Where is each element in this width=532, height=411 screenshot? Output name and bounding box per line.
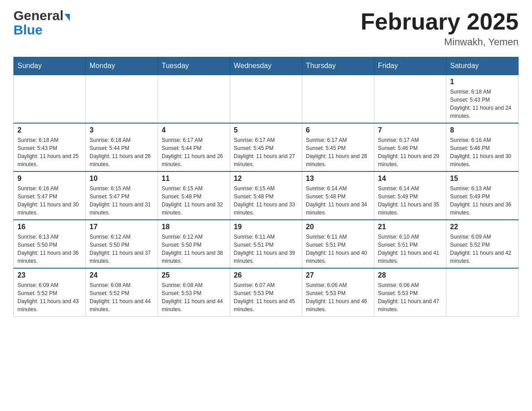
day-info: Sunrise: 6:15 AMSunset: 5:48 PMDaylight:…	[162, 184, 226, 217]
day-number: 19	[234, 223, 298, 231]
day-number: 10	[90, 175, 154, 183]
day-of-week-monday: Monday	[86, 57, 158, 75]
day-of-week-thursday: Thursday	[302, 57, 374, 75]
logo-triangle-icon	[64, 14, 70, 21]
day-info: Sunrise: 6:14 AMSunset: 5:48 PMDaylight:…	[306, 184, 370, 217]
calendar-cell: 1Sunrise: 6:18 AMSunset: 5:43 PMDaylight…	[446, 75, 519, 123]
day-info: Sunrise: 6:10 AMSunset: 5:51 PMDaylight:…	[378, 233, 442, 265]
day-info: Sunrise: 6:18 AMSunset: 5:43 PMDaylight:…	[17, 136, 82, 168]
day-info: Sunrise: 6:14 AMSunset: 5:49 PMDaylight:…	[378, 184, 442, 217]
calendar-cell: 19Sunrise: 6:11 AMSunset: 5:51 PMDayligh…	[230, 220, 302, 268]
day-info: Sunrise: 6:15 AMSunset: 5:47 PMDaylight:…	[90, 184, 154, 217]
day-info: Sunrise: 6:16 AMSunset: 5:47 PMDaylight:…	[17, 184, 82, 217]
week-row-2: 2Sunrise: 6:18 AMSunset: 5:43 PMDaylight…	[14, 123, 519, 171]
day-number: 24	[90, 271, 154, 279]
day-number: 25	[162, 271, 226, 279]
day-info: Sunrise: 6:17 AMSunset: 5:46 PMDaylight:…	[378, 136, 442, 168]
day-number: 11	[162, 175, 226, 183]
day-number: 7	[378, 126, 442, 134]
month-title: February 2025	[360, 9, 519, 34]
day-number: 14	[378, 175, 442, 183]
logo: General Blue	[13, 9, 70, 37]
day-number: 13	[306, 175, 370, 183]
calendar-cell: 23Sunrise: 6:09 AMSunset: 5:52 PMDayligh…	[14, 268, 86, 317]
day-number: 3	[90, 126, 154, 134]
calendar-cell: 22Sunrise: 6:09 AMSunset: 5:52 PMDayligh…	[446, 220, 519, 268]
week-row-4: 16Sunrise: 6:13 AMSunset: 5:50 PMDayligh…	[14, 220, 519, 268]
calendar-cell: 21Sunrise: 6:10 AMSunset: 5:51 PMDayligh…	[374, 220, 446, 268]
day-number: 16	[17, 223, 82, 231]
day-number: 4	[162, 126, 226, 134]
day-of-week-saturday: Saturday	[446, 57, 519, 75]
day-number: 8	[450, 126, 515, 134]
calendar-cell: 14Sunrise: 6:14 AMSunset: 5:49 PMDayligh…	[374, 171, 446, 220]
calendar-cell: 3Sunrise: 6:18 AMSunset: 5:44 PMDaylight…	[86, 123, 158, 171]
location: Minwakh, Yemen	[360, 36, 519, 48]
calendar-cell: 16Sunrise: 6:13 AMSunset: 5:50 PMDayligh…	[14, 220, 86, 268]
calendar-cell: 25Sunrise: 6:08 AMSunset: 5:53 PMDayligh…	[158, 268, 230, 317]
day-number: 6	[306, 126, 370, 134]
week-row-1: 1Sunrise: 6:18 AMSunset: 5:43 PMDaylight…	[14, 75, 519, 123]
day-info: Sunrise: 6:06 AMSunset: 5:53 PMDaylight:…	[378, 281, 442, 313]
day-info: Sunrise: 6:16 AMSunset: 5:46 PMDaylight:…	[450, 136, 515, 168]
calendar-cell: 26Sunrise: 6:07 AMSunset: 5:53 PMDayligh…	[230, 268, 302, 317]
logo-blue: Blue	[13, 23, 43, 37]
calendar-cell	[374, 75, 446, 123]
day-number: 18	[162, 223, 226, 231]
calendar-cell: 24Sunrise: 6:08 AMSunset: 5:52 PMDayligh…	[86, 268, 158, 317]
calendar-cell: 10Sunrise: 6:15 AMSunset: 5:47 PMDayligh…	[86, 171, 158, 220]
day-of-week-sunday: Sunday	[14, 57, 86, 75]
day-of-week-wednesday: Wednesday	[230, 57, 302, 75]
calendar-cell	[86, 75, 158, 123]
day-number: 5	[234, 126, 298, 134]
calendar-cell	[230, 75, 302, 123]
day-number: 2	[17, 126, 82, 134]
calendar-cell: 27Sunrise: 6:06 AMSunset: 5:53 PMDayligh…	[302, 268, 374, 317]
day-number: 26	[234, 271, 298, 279]
calendar-cell	[158, 75, 230, 123]
calendar-cell: 9Sunrise: 6:16 AMSunset: 5:47 PMDaylight…	[14, 171, 86, 220]
calendar-cell: 20Sunrise: 6:11 AMSunset: 5:51 PMDayligh…	[302, 220, 374, 268]
day-number: 23	[17, 271, 82, 279]
day-info: Sunrise: 6:09 AMSunset: 5:52 PMDaylight:…	[17, 281, 82, 313]
day-number: 15	[450, 175, 515, 183]
calendar-cell: 8Sunrise: 6:16 AMSunset: 5:46 PMDaylight…	[446, 123, 519, 171]
calendar-cell	[302, 75, 374, 123]
calendar-cell: 17Sunrise: 6:12 AMSunset: 5:50 PMDayligh…	[86, 220, 158, 268]
day-number: 12	[234, 175, 298, 183]
logo-general: General	[13, 9, 64, 22]
title-area: February 2025 Minwakh, Yemen	[360, 9, 519, 48]
day-number: 27	[306, 271, 370, 279]
calendar-table: SundayMondayTuesdayWednesdayThursdayFrid…	[13, 57, 519, 317]
day-info: Sunrise: 6:06 AMSunset: 5:53 PMDaylight:…	[306, 281, 370, 313]
calendar-cell: 13Sunrise: 6:14 AMSunset: 5:48 PMDayligh…	[302, 171, 374, 220]
day-number: 21	[378, 223, 442, 231]
calendar-cell: 6Sunrise: 6:17 AMSunset: 5:45 PMDaylight…	[302, 123, 374, 171]
day-info: Sunrise: 6:08 AMSunset: 5:53 PMDaylight:…	[162, 281, 226, 313]
day-info: Sunrise: 6:18 AMSunset: 5:44 PMDaylight:…	[90, 136, 154, 168]
week-row-5: 23Sunrise: 6:09 AMSunset: 5:52 PMDayligh…	[14, 268, 519, 317]
calendar-header-row: SundayMondayTuesdayWednesdayThursdayFrid…	[14, 57, 519, 75]
day-of-week-friday: Friday	[374, 57, 446, 75]
calendar-cell	[14, 75, 86, 123]
calendar-cell: 4Sunrise: 6:17 AMSunset: 5:44 PMDaylight…	[158, 123, 230, 171]
day-info: Sunrise: 6:17 AMSunset: 5:44 PMDaylight:…	[162, 136, 226, 168]
day-number: 1	[450, 78, 515, 86]
calendar-cell	[446, 268, 519, 317]
day-info: Sunrise: 6:12 AMSunset: 5:50 PMDaylight:…	[90, 233, 154, 265]
day-number: 9	[17, 175, 82, 183]
day-number: 20	[306, 223, 370, 231]
day-info: Sunrise: 6:11 AMSunset: 5:51 PMDaylight:…	[306, 233, 370, 265]
calendar-cell: 7Sunrise: 6:17 AMSunset: 5:46 PMDaylight…	[374, 123, 446, 171]
calendar-cell: 28Sunrise: 6:06 AMSunset: 5:53 PMDayligh…	[374, 268, 446, 317]
calendar-cell: 18Sunrise: 6:12 AMSunset: 5:50 PMDayligh…	[158, 220, 230, 268]
day-info: Sunrise: 6:08 AMSunset: 5:52 PMDaylight:…	[90, 281, 154, 313]
calendar-cell: 15Sunrise: 6:13 AMSunset: 5:49 PMDayligh…	[446, 171, 519, 220]
day-number: 17	[90, 223, 154, 231]
day-info: Sunrise: 6:15 AMSunset: 5:48 PMDaylight:…	[234, 184, 298, 217]
day-info: Sunrise: 6:18 AMSunset: 5:43 PMDaylight:…	[450, 88, 515, 120]
calendar-cell: 5Sunrise: 6:17 AMSunset: 5:45 PMDaylight…	[230, 123, 302, 171]
calendar-cell: 2Sunrise: 6:18 AMSunset: 5:43 PMDaylight…	[14, 123, 86, 171]
day-info: Sunrise: 6:07 AMSunset: 5:53 PMDaylight:…	[234, 281, 298, 313]
day-number: 22	[450, 223, 515, 231]
